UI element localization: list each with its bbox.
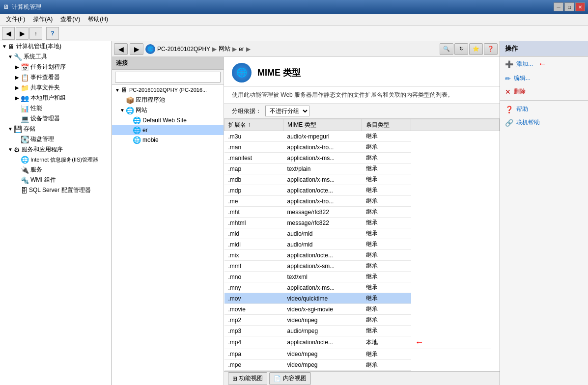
table-row[interactable]: .mmfapplication/x-sm...继承 xyxy=(224,261,500,272)
action-edit[interactable]: ✏ 编辑... xyxy=(500,72,588,85)
tab-feature-view[interactable]: ⊞ 功能视图 xyxy=(228,372,267,385)
addr-extra2-button[interactable]: ❓ xyxy=(484,43,498,55)
tree-item-disk-mgmt[interactable]: 💽 磁盘管理 xyxy=(0,134,112,144)
table-row[interactable]: .mnyapplication/x-ms...继承 xyxy=(224,282,500,293)
cell-mime: video/mpeg xyxy=(283,315,362,326)
table-row[interactable]: .mnotext/xml继承 xyxy=(224,272,500,282)
action-delete[interactable]: ✕ 删除 xyxy=(500,85,588,98)
connect-item-sites[interactable]: ▼ 🌐 网站 xyxy=(112,105,224,115)
delete-icon: ✕ xyxy=(505,88,511,96)
cell-mime: audio/x-mpegurl xyxy=(283,131,362,142)
cell-ext: .mht xyxy=(224,207,283,218)
table-row[interactable]: .maptext/plain继承 xyxy=(224,164,500,174)
col-type[interactable]: 条目类型 xyxy=(362,119,411,131)
table-row[interactable]: .mpavideo/mpeg继承 xyxy=(224,349,500,359)
cell-type: 继承 xyxy=(362,272,411,282)
cell-type: 继承 xyxy=(362,250,411,261)
expand-icon[interactable]: ▼ xyxy=(7,54,14,59)
connect-item-default[interactable]: 🌐 Default Web Site xyxy=(112,115,224,125)
tree-item-shared-folders[interactable]: ▶ 📁 共享文件夹 xyxy=(0,82,112,93)
cell-ext: .mp4 xyxy=(224,336,283,349)
toolbar: ◀ ▶ ↑ ? xyxy=(0,26,588,41)
table-row[interactable]: .mpevideo/mpeg继承 xyxy=(224,359,500,370)
table-row[interactable]: .manifestapplication/x-ms...继承 xyxy=(224,153,500,164)
tree-item-sql[interactable]: 🗄 SQL Server 配置管理器 xyxy=(0,185,112,195)
left-tree-panel: ▼ 🖥 计算机管理(本地) ▼ 🔧 系统工具 ▶ 📅 任务计划程序 ▶ 📋 事件… xyxy=(0,41,112,385)
addr-help-button[interactable]: 🔍 xyxy=(440,43,453,55)
connect-item-apppool[interactable]: 📦 应用程序池 xyxy=(112,95,224,105)
table-row[interactable]: .mhtmessage/rfc822继承 xyxy=(224,207,500,218)
tree-item-performance[interactable]: 📊 性能 xyxy=(0,103,112,113)
table-row[interactable]: .movvideo/quicktime继承 xyxy=(224,293,500,304)
add-icon: ➕ xyxy=(505,60,513,68)
cell-type: 继承 xyxy=(362,207,411,218)
cell-type: 继承 xyxy=(362,131,411,142)
table-row[interactable]: .movievideo/x-sgi-movie继承 xyxy=(224,304,500,315)
table-row[interactable]: .midaudio/mid继承 xyxy=(224,228,500,239)
iis-description: 使用此功能管理被 Web 服务器用作静态文件的文件扩展名和关联的内容类型的列表。 xyxy=(224,87,500,104)
cell-mime: text/xml xyxy=(283,272,362,282)
back-button[interactable]: ◀ xyxy=(2,27,15,40)
table-row[interactable]: .m3uaudio/x-mpegurl继承 xyxy=(224,131,500,142)
tree-item-iis[interactable]: 🌐 Internet 信息服务(IIS)管理器 xyxy=(0,155,112,165)
cell-ext: .manifest xyxy=(224,153,283,164)
col-ext[interactable]: 扩展名 ↑ xyxy=(224,119,283,131)
menu-action[interactable]: 操作(A) xyxy=(29,14,56,25)
cell-type: 继承 xyxy=(362,315,411,326)
tree-item-wmi[interactable]: 🔩 WMI 组件 xyxy=(0,175,112,185)
cell-arrow: ← xyxy=(411,336,491,349)
action-online-help[interactable]: 🔗 联机帮助 xyxy=(500,116,588,129)
addr-refresh-button[interactable]: ↻ xyxy=(454,43,468,55)
table-row[interactable]: .mhtmlmessage/rfc822继承 xyxy=(224,218,500,228)
table-row[interactable]: .mdpapplication/octe...继承 xyxy=(224,185,500,196)
menu-view[interactable]: 查看(V) xyxy=(56,14,84,25)
connect-search-input[interactable] xyxy=(115,72,221,82)
table-row[interactable]: .mixapplication/octe...继承 xyxy=(224,250,500,261)
forward-button[interactable]: ▶ xyxy=(16,27,28,40)
table-row[interactable]: .midiaudio/mid继承 xyxy=(224,239,500,250)
tree-item-task-scheduler[interactable]: ▶ 📅 任务计划程序 xyxy=(0,62,112,72)
action-add[interactable]: ➕ 添加... ← xyxy=(500,56,588,72)
table-row[interactable]: .mp2video/mpeg继承 xyxy=(224,315,500,326)
tree-item-computer[interactable]: ▼ 🖥 计算机管理(本地) xyxy=(0,41,112,52)
table-row[interactable]: .mp3audio/mpeg继承 xyxy=(224,326,500,336)
action-help[interactable]: ❓ 帮助 xyxy=(500,103,588,116)
addr-forward-button[interactable]: ▶ xyxy=(130,43,143,55)
addr-segment-site[interactable]: 网站 xyxy=(219,45,230,53)
table-row[interactable]: .manapplication/x-tro...继承 xyxy=(224,142,500,153)
table-row[interactable]: .mdbapplication/x-ms...继承 xyxy=(224,174,500,185)
menu-help[interactable]: 帮助(H) xyxy=(84,14,112,25)
expand-icon[interactable]: ▼ xyxy=(1,44,8,49)
addr-back-button[interactable]: ◀ xyxy=(114,43,128,55)
connect-item-pc[interactable]: ▼ 🖥 PC-20160102QPHY (PC-2016... xyxy=(112,85,224,95)
col-mime[interactable]: MIME 类型 xyxy=(283,119,362,131)
connect-item-er[interactable]: 🌐 er xyxy=(112,125,224,135)
disk-icon: 💽 xyxy=(21,136,29,143)
connect-item-mobie[interactable]: 🌐 mobie xyxy=(112,135,224,145)
tree-item-device-manager[interactable]: 💻 设备管理器 xyxy=(0,113,112,124)
content-view-icon: 📄 xyxy=(274,375,281,382)
menu-file[interactable]: 文件(F) xyxy=(2,14,29,25)
tree-item-local-users[interactable]: ▶ 👥 本地用户和组 xyxy=(0,93,112,103)
addr-segment-er[interactable]: er xyxy=(239,46,244,53)
tree-item-storage[interactable]: ▼ 💾 存储 xyxy=(0,124,112,134)
mobie-site-icon: 🌐 xyxy=(133,136,141,144)
maximize-button[interactable]: □ xyxy=(564,2,574,11)
close-button[interactable]: ✕ xyxy=(575,2,585,11)
help-button[interactable]: ? xyxy=(46,27,59,40)
tree-item-system-tools[interactable]: ▼ 🔧 系统工具 xyxy=(0,52,112,62)
tree-item-event-viewer[interactable]: ▶ 📋 事件查看器 xyxy=(0,72,112,82)
table-row[interactable]: .mp4application/octe...本地← xyxy=(224,336,500,349)
table-row[interactable]: .meapplication/x-tro...继承 xyxy=(224,196,500,207)
tab-content-view[interactable]: 📄 内容视图 xyxy=(269,372,311,385)
addr-segment-pc[interactable]: PC-20160102QPHY xyxy=(157,46,210,53)
addr-extra1-button[interactable]: ⭐ xyxy=(469,43,483,55)
up-button[interactable]: ↑ xyxy=(29,27,42,40)
minimize-button[interactable]: ─ xyxy=(554,2,563,11)
filter-select[interactable]: 不进行分组 xyxy=(265,106,309,116)
cell-mime: video/mpeg xyxy=(283,359,362,370)
tree-item-services[interactable]: 🔌 服务 xyxy=(0,165,112,175)
menu-bar: 文件(F) 操作(A) 查看(V) 帮助(H) xyxy=(0,14,588,26)
cell-type: 继承 xyxy=(362,153,411,164)
tree-item-services-apps[interactable]: ▼ ⚙ 服务和应用程序 xyxy=(0,144,112,155)
